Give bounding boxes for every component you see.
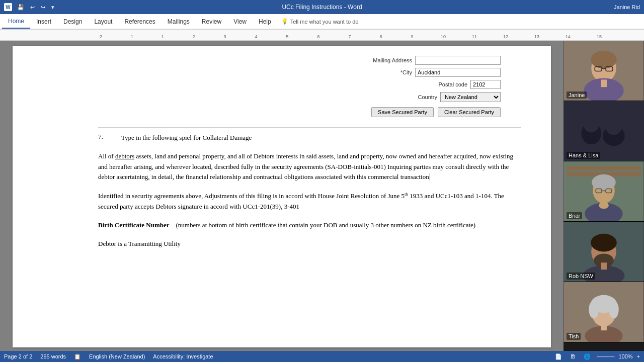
ruler-mark-3: 3 bbox=[209, 34, 240, 39]
country-row: Country New Zealand bbox=[397, 92, 501, 102]
ruler-mark-neg1: -1 bbox=[116, 34, 147, 39]
status-left: Page 2 of 2 295 words 📋 English (New Zea… bbox=[4, 353, 213, 360]
svg-point-38 bbox=[609, 301, 619, 319]
ruler-mark-1: 1 bbox=[147, 34, 178, 39]
zoom-level: 100% bbox=[618, 353, 632, 359]
svg-point-29 bbox=[591, 234, 617, 252]
ruler-mark-14: 14 bbox=[552, 34, 584, 39]
title-bar: W 💾 ↩ ↪ ▾ UCc Filing Instructions - Word… bbox=[0, 0, 644, 14]
mailing-address-label: Mailing Address bbox=[372, 57, 412, 63]
undo-button[interactable]: ↩ bbox=[28, 3, 37, 12]
paragraph-2: Identified in security agreements above,… bbox=[98, 191, 521, 212]
language-indicator: English (New Zealand) bbox=[89, 353, 145, 360]
ruler-mark-2: 2 bbox=[178, 34, 209, 39]
tab-review[interactable]: Review bbox=[196, 14, 227, 29]
paragraph3-continuation: – (numbers at bottom of birth certificat… bbox=[170, 221, 476, 229]
participant-name-tish: Tish bbox=[567, 333, 581, 340]
participant-name-janine: Janine bbox=[567, 92, 587, 99]
svg-point-37 bbox=[589, 301, 599, 319]
country-label: Country bbox=[397, 94, 437, 100]
status-bar: Page 2 of 2 295 words 📋 English (New Zea… bbox=[0, 351, 644, 362]
participant-tile-janine: Janine bbox=[564, 41, 644, 101]
word-icon: W bbox=[4, 3, 12, 11]
tab-mailings[interactable]: Mailings bbox=[162, 14, 196, 29]
participant-tile-briar: Briar bbox=[564, 161, 644, 222]
main-area: Mailing Address *City Postal code Countr… bbox=[0, 41, 644, 351]
paragraph2-main: Identified in security agreements above,… bbox=[98, 193, 405, 200]
postal-code-input[interactable] bbox=[470, 80, 501, 89]
mailing-address-row: Mailing Address bbox=[372, 56, 501, 65]
window-title: UCc Filing Instructions - Word bbox=[282, 4, 362, 11]
document-area[interactable]: Mailing Address *City Postal code Countr… bbox=[0, 41, 564, 351]
web-layout-button[interactable]: 🌐 bbox=[582, 353, 593, 360]
paragraph-1: All of debtors assets, land and personal… bbox=[98, 151, 521, 183]
mailing-address-input[interactable] bbox=[415, 56, 501, 65]
tab-view[interactable]: View bbox=[227, 14, 253, 29]
paragraph-4: Debtor is a Transmitting Utility bbox=[98, 239, 521, 249]
city-label: *City bbox=[372, 69, 412, 75]
ruler-marks: -2 -1 1 2 3 4 5 6 7 8 9 10 11 12 13 14 1… bbox=[0, 34, 644, 39]
ruler-mark-13: 13 bbox=[521, 34, 552, 39]
save-button[interactable]: 💾 bbox=[15, 3, 26, 12]
print-layout-button[interactable]: 🖹 bbox=[568, 353, 578, 359]
tab-layout[interactable]: Layout bbox=[88, 14, 118, 29]
tab-design[interactable]: Design bbox=[57, 14, 88, 29]
ruler-mark-11: 11 bbox=[459, 34, 490, 39]
ruler-mark-6: 6 bbox=[303, 34, 334, 39]
item-number-7: 7. bbox=[98, 133, 113, 143]
city-row: *City bbox=[372, 68, 501, 77]
participant-name-rob: Rob NSW bbox=[567, 273, 595, 280]
zoom-in-icon[interactable]: + bbox=[637, 353, 640, 359]
participant-name-hans: Hans & Lisa bbox=[567, 152, 600, 159]
svg-rect-16 bbox=[567, 166, 641, 170]
paragraph3-bold-title: Birth Certificate Number bbox=[98, 221, 170, 229]
title-bar-left: W 💾 ↩ ↪ ▾ bbox=[4, 3, 56, 12]
svg-rect-40 bbox=[601, 323, 607, 330]
participants-sidebar: Janine Hans & Lisa bbox=[564, 41, 644, 351]
list-item-7: 7. Type in the following spiel for Colla… bbox=[98, 133, 521, 143]
save-secured-party-button[interactable]: Save Secured Party bbox=[371, 107, 434, 117]
word-count: 295 words bbox=[40, 353, 66, 360]
accessibility-indicator: Accessibility: Investigate bbox=[153, 353, 213, 360]
user-name: Janine Rid bbox=[614, 4, 640, 10]
ribbon: Home Insert Design Layout References Mai… bbox=[0, 14, 644, 30]
postal-code-row: Postal code bbox=[427, 80, 501, 89]
redo-button[interactable]: ↪ bbox=[39, 3, 47, 12]
paragraph-3: Birth Certificate Number – (numbers at b… bbox=[98, 220, 521, 231]
ruler-mark-15: 15 bbox=[584, 34, 615, 39]
quick-access-toolbar: 💾 ↩ ↪ ▾ bbox=[15, 3, 56, 12]
document-page: Mailing Address *City Postal code Countr… bbox=[13, 46, 551, 347]
ruler-mark-8: 8 bbox=[365, 34, 396, 39]
item7-text: Type in the following spiel for Collater… bbox=[121, 133, 252, 143]
paragraph1-rest: assets, land and personal property, and … bbox=[98, 152, 513, 181]
svg-point-13 bbox=[606, 119, 622, 135]
read-mode-button[interactable]: 📄 bbox=[553, 353, 564, 360]
ruler-mark-4: 4 bbox=[240, 34, 272, 39]
text-cursor bbox=[430, 173, 430, 180]
participant-name-briar: Briar bbox=[567, 212, 582, 219]
svg-rect-8 bbox=[601, 79, 607, 87]
svg-point-19 bbox=[592, 174, 616, 191]
ruler: -2 -1 1 2 3 4 5 6 7 8 9 10 11 12 13 14 1… bbox=[0, 30, 644, 41]
tab-home[interactable]: Home bbox=[2, 14, 30, 29]
svg-point-3 bbox=[591, 51, 617, 69]
participant-tile-tish: Tish bbox=[564, 282, 644, 342]
tab-insert[interactable]: Insert bbox=[30, 14, 57, 29]
paragraph1-debtors: debtors bbox=[115, 152, 134, 160]
country-select[interactable]: New Zealand bbox=[440, 92, 501, 102]
city-input[interactable] bbox=[415, 68, 501, 77]
clear-secured-party-button[interactable]: Clear Secured Party bbox=[438, 107, 501, 117]
postal-code-label: Postal code bbox=[427, 81, 467, 87]
form-buttons: Save Secured Party Clear Secured Party bbox=[371, 107, 501, 117]
light-bulb-icon: 💡 bbox=[281, 18, 288, 25]
tell-me-input[interactable]: Tell me what you want to do bbox=[290, 19, 359, 25]
tab-references[interactable]: References bbox=[118, 14, 161, 29]
svg-point-11 bbox=[584, 118, 599, 133]
tab-help[interactable]: Help bbox=[253, 14, 277, 29]
customize-button[interactable]: ▾ bbox=[49, 3, 56, 12]
ruler-mark-12: 12 bbox=[490, 34, 521, 39]
form-section: Mailing Address *City Postal code Countr… bbox=[98, 56, 521, 117]
participant-tile-hans: Hans & Lisa bbox=[564, 101, 644, 161]
zoom-slider[interactable]: ───── bbox=[597, 354, 614, 359]
ruler-mark-9: 9 bbox=[396, 34, 428, 39]
